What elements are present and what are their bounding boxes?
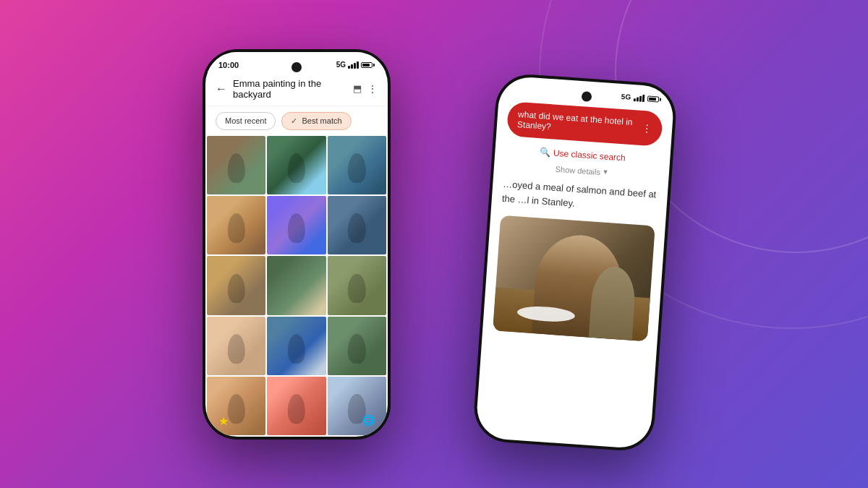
photo-cell-7[interactable]	[207, 256, 265, 314]
signal-label: 5G	[336, 61, 346, 69]
battery-tip	[373, 64, 375, 67]
ai-search-bar[interactable]: what did we eat at the hotel in Stanley?…	[506, 101, 663, 147]
back-button[interactable]: ←	[216, 82, 227, 95]
filter-chips: Most recent ✓ Best match	[205, 106, 388, 136]
phone-bottom-icons: ★ 🌐	[205, 414, 388, 428]
filter-best-match[interactable]: ✓ Best match	[281, 112, 351, 130]
show-details-label: Show details	[555, 164, 600, 176]
photo-cell-4[interactable]	[207, 196, 265, 254]
star-icon: ★	[218, 414, 229, 428]
result-photo[interactable]	[493, 215, 655, 341]
checkmark-icon: ✓	[291, 116, 299, 125]
search-query-text: Emma painting in the backyard	[233, 78, 347, 100]
photo-cell-9[interactable]	[328, 256, 386, 314]
battery-fill-r	[649, 97, 656, 100]
globe-icon: 🌐	[362, 414, 375, 428]
signal-bars-right	[634, 93, 645, 101]
photo-cell-5[interactable]	[267, 196, 326, 254]
battery-fill	[362, 64, 370, 67]
filter-best-match-label: Best match	[302, 116, 342, 125]
photo-cell-11[interactable]	[267, 317, 326, 375]
signal-bar-2	[351, 64, 353, 69]
signal-label-right: 5G	[621, 92, 631, 100]
filter-most-recent-label: Most recent	[225, 116, 266, 125]
battery-body-r	[647, 95, 660, 101]
photo-cell-1[interactable]	[207, 136, 265, 194]
filter-most-recent[interactable]: Most recent	[216, 112, 276, 130]
r-signal-bar-2	[637, 96, 639, 100]
photo-cell-3[interactable]	[328, 136, 386, 194]
classic-search-label: Use classic search	[553, 147, 626, 163]
r-signal-bar-1	[634, 98, 636, 100]
phone-right: 5G what did we eat at the hotel in Stanl…	[472, 72, 678, 452]
battery-tip-r	[660, 98, 661, 100]
phone-left-screen: 10:00 5G	[205, 52, 388, 437]
signal-bar-1	[348, 66, 350, 69]
photo-grid	[205, 136, 388, 437]
phones-container: 10:00 5G	[181, 35, 687, 454]
r-signal-bar-3	[639, 95, 642, 101]
more-options-icon[interactable]: ⋮	[367, 83, 378, 95]
status-icons-left: 5G	[336, 61, 375, 69]
ai-search-menu-icon[interactable]: ⋮	[642, 121, 652, 134]
photo-cell-8[interactable]	[267, 256, 326, 314]
signal-bar-3	[354, 63, 356, 69]
phone-left-camera	[292, 62, 302, 72]
search-bar-left[interactable]: ← Emma painting in the backyard ⬒ ⋮	[205, 72, 388, 106]
r-signal-bar-4	[642, 94, 645, 101]
signal-bars-left	[348, 61, 359, 69]
result-text-content: …oyed a meal of salmon and beef at the ……	[501, 178, 656, 207]
time-display: 10:00	[218, 61, 239, 69]
ai-search-query: what did we eat at the hotel in Stanley?	[517, 109, 643, 138]
battery-body	[361, 62, 373, 68]
photo-cell-12[interactable]	[328, 317, 386, 375]
search-action-icons: ⬒ ⋮	[353, 83, 378, 95]
phone-right-camera	[582, 91, 592, 102]
phone-left: 10:00 5G	[203, 49, 391, 440]
phone-right-screen: 5G what did we eat at the hotel in Stanl…	[475, 75, 675, 450]
battery-right	[647, 95, 662, 101]
chevron-down-icon: ▾	[603, 167, 608, 176]
cast-icon[interactable]: ⬒	[353, 83, 362, 95]
photo-cell-10[interactable]	[207, 317, 265, 375]
photo-cell-2[interactable]	[267, 136, 326, 194]
search-icon-small: 🔍	[540, 147, 551, 158]
battery-left	[361, 62, 375, 68]
photo-cell-6[interactable]	[328, 196, 386, 254]
signal-bar-4	[357, 61, 359, 69]
